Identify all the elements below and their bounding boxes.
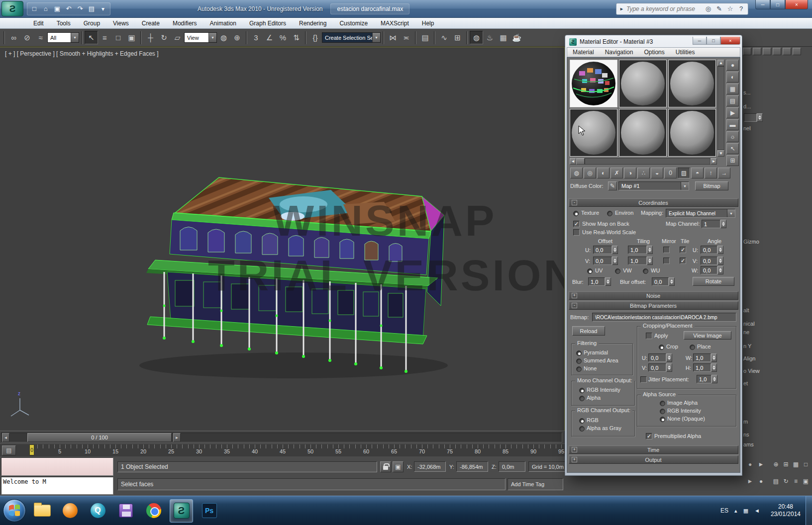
menu-maxscript[interactable]: MAXScript [374,19,415,28]
spinner-icon[interactable] [647,257,653,265]
options-icon[interactable]: ☼ [726,131,739,142]
coordinates-rollout-header[interactable]: - Coordinates [569,198,738,207]
slots-scroll-right[interactable]: ► [710,158,717,165]
blur-field[interactable]: 1,0 [588,277,611,286]
application-menu-button[interactable]: Ƨ [1,1,23,16]
map-channel-field[interactable]: 1 [702,220,726,228]
show-map-on-back-checkbox[interactable] [573,221,580,227]
named-selection-set-dropdown[interactable]: Create Selection Se▾ [322,32,381,43]
map-name-dropdown[interactable]: Map #1▾ [618,181,689,190]
spinner-icon[interactable] [647,246,653,254]
noise-rollout-header[interactable]: + Noise [569,291,738,300]
video-color-check-icon[interactable]: ▶ [726,107,739,118]
v-tile-checkbox[interactable] [680,258,686,264]
time-rollout-header[interactable]: + Time [569,445,738,454]
x-coordinate-field[interactable]: -32,068m [414,461,446,472]
u-mirror-checkbox[interactable] [663,247,670,253]
put-material-to-scene-icon[interactable]: ◎ [584,168,596,178]
playback-control-icon[interactable]: ► [756,459,766,469]
language-indicator[interactable]: ES [720,507,728,514]
next-frame-button[interactable]: ► [173,433,181,442]
expand-icon[interactable]: + [572,447,577,452]
dropdown-arrow-icon[interactable]: ▾ [681,182,689,190]
communication-center-icon[interactable]: ✎ [714,5,724,12]
favorites-icon[interactable]: ☆ [725,5,735,12]
material-sample-slot-1[interactable] [570,60,617,107]
zoom-region-icon[interactable]: ≡ [791,476,801,486]
panel-tab[interactable] [753,48,761,55]
tray-network-icon[interactable]: ▦ [743,508,748,514]
rgb-intensity-source-radio[interactable] [660,409,665,414]
snaps-toggle-icon[interactable]: 3 [249,31,263,44]
time-slider-grip[interactable]: 0 / 100 [27,433,172,442]
bind-to-spacewarp-icon[interactable]: ≈ [34,31,47,44]
render-setup-icon[interactable]: ♨ [483,31,497,44]
taskbar-chrome-button[interactable] [142,499,165,523]
rgb-intensity-radio[interactable] [579,388,585,393]
selection-lock-toggle[interactable] [380,461,391,472]
infocenter-expand-icon[interactable]: ► [619,6,624,11]
material-map-navigator-icon[interactable]: ⊞ [726,155,739,166]
make-unique-icon[interactable]: ∴ [637,168,650,178]
material-editor-window[interactable]: Ƨ Material Editor - Material #3 ─ □ × Ma… [565,35,742,476]
spinner-icon[interactable] [717,246,723,254]
panel-fragment[interactable]: d... [743,103,751,109]
make-material-copy-icon[interactable]: ◑ [624,168,636,178]
panel-tab[interactable] [763,48,771,55]
sample-type-icon[interactable]: ● [726,60,739,71]
spinner-icon[interactable] [711,353,717,362]
mapping-dropdown[interactable]: Explicit Map Channel▾ [666,209,735,218]
pyramidal-radio[interactable] [576,350,582,356]
clock[interactable]: 20:48 23/01/2014 [771,503,801,518]
material-id-channel-icon[interactable]: 0 [664,168,677,178]
texture-radio[interactable] [573,211,579,216]
alpha-radio[interactable] [579,396,585,401]
undo-icon[interactable]: ↶ [63,3,74,14]
image-alpha-radio[interactable] [660,401,665,406]
menu-tools[interactable]: Tools [50,19,77,28]
playback-control-icon[interactable]: ► [745,476,755,486]
minimize-button[interactable]: ─ [693,37,707,45]
curve-editor-icon[interactable]: ∿ [437,31,451,44]
blur-offset-field[interactable]: 0,0 [652,277,675,286]
w-angle-field[interactable]: 0,0 [701,266,723,274]
spinner-icon[interactable] [720,220,726,228]
crop-radio[interactable] [659,345,664,350]
layer-manager-icon[interactable]: ▤ [418,31,432,44]
field-of-view-icon[interactable]: □ [801,459,811,469]
mini-curve-editor-button[interactable]: ▤ [2,445,16,455]
panel-fragment[interactable]: ns [743,432,749,438]
jitter-placement-field[interactable]: 1,0 [697,375,717,383]
menu-customize[interactable]: Customize [333,19,374,28]
backlight-icon[interactable]: ◐ [726,72,739,83]
sample-uv-tiling-icon[interactable]: ▤ [726,95,739,106]
menu-graph-editors[interactable]: Graph Editors [243,19,293,28]
close-button[interactable]: × [785,0,808,9]
named-selection-sets-icon[interactable]: {} [308,31,322,44]
collapse-icon[interactable]: - [572,200,577,205]
spinner-icon[interactable] [612,246,618,254]
reset-map-icon[interactable]: ✗ [610,168,623,178]
summed-area-radio[interactable] [576,358,582,364]
spinner-icon[interactable] [666,353,672,362]
menu-navigation[interactable]: Navigation [600,49,639,56]
menu-modifiers[interactable]: Modifiers [166,19,203,28]
previous-frame-button[interactable]: ◄ [2,433,9,442]
none-opaque-radio[interactable] [660,417,665,422]
go-to-parent-icon[interactable]: ↑ [705,168,717,178]
panel-tab[interactable] [743,48,751,55]
menu-material[interactable]: Material [567,49,600,56]
panel-fragment[interactable]: s... [743,89,751,95]
menu-animation[interactable]: Animation [203,19,243,28]
open-file-icon[interactable]: ⌂ [40,3,51,14]
spinner-icon[interactable] [717,266,723,274]
absolute-offset-mode-toggle[interactable]: ▣ [393,461,404,472]
panel-fragment[interactable]: Gizmo [743,239,759,245]
slots-horizontal-scrollbar[interactable] [585,158,710,165]
menu-group[interactable]: Group [77,19,106,28]
unlink-selection-icon[interactable]: ⊘ [20,31,34,44]
use-pivot-center-icon[interactable]: ◍ [217,31,230,44]
tray-volume-icon[interactable]: ◄ [754,508,760,514]
menu-views[interactable]: Views [106,19,135,28]
u-tile-checkbox[interactable] [680,247,686,253]
